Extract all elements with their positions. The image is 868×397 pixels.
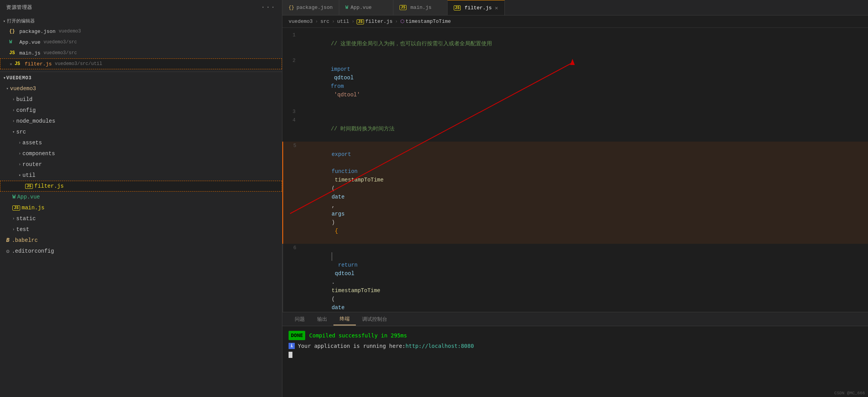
code-content-5: export function timestampToTime ( date ,… xyxy=(302,142,868,244)
open-editor-app-vue[interactable]: W App.vue vuedemo3/src xyxy=(0,37,282,48)
code-content-4: // 时间戳转换为时间方法 xyxy=(302,116,868,142)
open-editor-filename: main.js xyxy=(19,50,41,56)
breadcrumb-js-badge: JS xyxy=(357,19,364,24)
param-args: args xyxy=(331,211,345,217)
tree-item-editorconfig[interactable]: ⚙ .editorconfig xyxy=(0,246,282,257)
folder-arrow-assets: › xyxy=(19,141,21,145)
open-editor-filepath: vuedemo3 xyxy=(59,29,81,34)
sidebar: 资源管理器 ··· ▾ 打开的编辑器 {} package.json vuede… xyxy=(0,0,282,397)
tree-label-filter-js: filter.js xyxy=(34,183,64,189)
tab-filter-js[interactable]: JS filter.js ✕ xyxy=(448,0,505,15)
open-editor-filepath: vuedemo3/src xyxy=(44,50,77,56)
breadcrumb-sep-2: › xyxy=(332,19,335,24)
punct-dot: . xyxy=(331,279,335,285)
vue-badge: W xyxy=(12,194,15,200)
terminal-tab-problems[interactable]: 问题 xyxy=(289,313,311,325)
close-icon[interactable]: ✕ xyxy=(10,62,12,67)
folder-arrow-src: ▾ xyxy=(12,130,15,134)
tree-label-babelrc: .babelrc xyxy=(12,237,38,243)
brace-open: { xyxy=(331,228,338,234)
tree-item-app-vue[interactable]: W App.vue xyxy=(0,192,282,202)
terminal-done-line: DONE Compiled successfully in 295ms xyxy=(289,331,862,340)
terminal-success-message: Compiled successfully in 295ms xyxy=(309,331,407,340)
tree-item-filter-js[interactable]: JS filter.js xyxy=(0,181,282,192)
tree-label-util: util xyxy=(22,172,36,178)
tree-item-src[interactable]: ▾ src xyxy=(0,127,282,137)
breadcrumb-sep-4: › xyxy=(395,19,398,24)
tab-main-js[interactable]: JS main.js xyxy=(393,0,448,15)
code-line-1: 1 // 这里使用全局引入为例，也可以自行按需引入或者全局配置使用 xyxy=(282,31,868,56)
terminal-tab-terminal[interactable]: 终端 xyxy=(333,313,356,325)
tree-item-assets[interactable]: › assets xyxy=(0,137,282,148)
babelrc-icon: B xyxy=(6,237,9,243)
tree-item-config[interactable]: › config xyxy=(0,105,282,116)
tab-icon-main-js: JS xyxy=(400,5,407,10)
code-editor[interactable]: 1 // 这里使用全局引入为例，也可以自行按需引入或者全局配置使用 2 impo… xyxy=(282,28,868,312)
terminal-tab-debug[interactable]: 调试控制台 xyxy=(356,313,393,325)
js-badge-main: JS xyxy=(12,205,20,210)
terminal-tab-output[interactable]: 输出 xyxy=(311,313,333,325)
tab-label-app-vue: App.vue xyxy=(350,5,372,10)
tree-label-app-vue: App.vue xyxy=(17,194,40,200)
tree-item-main-js[interactable]: JS main.js xyxy=(0,202,282,213)
param-date: date xyxy=(331,194,345,200)
open-editor-filename: package.json xyxy=(19,29,56,34)
tree-item-util[interactable]: ▾ util xyxy=(0,170,282,181)
function-icon: ⬡ xyxy=(400,19,404,24)
folder-arrow-test: › xyxy=(12,228,15,232)
open-editors-section: ▾ 打开的编辑器 {} package.json vuedemo3 W App.… xyxy=(0,15,282,71)
tree-label-vuedemo3: vuedemo3 xyxy=(10,86,36,92)
breadcrumb-filter-js: JSfilter.js xyxy=(357,19,392,24)
line-number-3: 3 xyxy=(282,108,302,116)
terminal-blue-box: i xyxy=(289,343,295,349)
file-tree: ▾ VUEDEMO3 ▾ vuedemo3 › build › config ›… xyxy=(0,73,282,397)
code-content-2: import qdtool from 'qdtool' xyxy=(302,56,868,108)
terminal-app-url-prefix: Your application is running here: xyxy=(298,342,405,350)
folder-arrow-vuedemo3: ▾ xyxy=(6,86,9,91)
json-icon: {} xyxy=(9,29,17,34)
tab-icon-app-vue: W xyxy=(345,5,348,10)
tab-app-vue[interactable]: W App.vue xyxy=(339,0,393,15)
copyright-text: CSDN @MC_666 xyxy=(834,391,865,395)
tree-item-vuedemo3[interactable]: ▾ vuedemo3 xyxy=(0,83,282,94)
tree-item-static[interactable]: › static xyxy=(0,213,282,224)
tab-label-package-json: package.json xyxy=(296,5,333,10)
project-chevron: ▾ xyxy=(3,75,6,81)
indent-guide xyxy=(331,252,336,261)
tree-item-babelrc[interactable]: B .babelrc xyxy=(0,235,282,246)
code-line-2: 2 import qdtool from 'qdtool' xyxy=(282,56,868,108)
terminal-tab-terminal-label: 终端 xyxy=(340,316,350,322)
terminal-content: DONE Compiled successfully in 295ms i Yo… xyxy=(282,326,868,397)
js-icon: JS xyxy=(9,50,17,56)
tab-close-filter-js[interactable]: ✕ xyxy=(495,5,498,11)
tree-label-config: config xyxy=(16,107,36,113)
sidebar-more-button[interactable]: ··· xyxy=(261,3,276,11)
sidebar-title: 资源管理器 xyxy=(6,4,32,11)
tree-item-node-modules[interactable]: › node_modules xyxy=(0,116,282,127)
open-editors-toggle[interactable]: ▾ 打开的编辑器 xyxy=(0,16,282,26)
breadcrumb-function: ⬡timestampToTime xyxy=(400,19,451,24)
tree-item-router[interactable]: › router xyxy=(0,159,282,170)
project-root-label[interactable]: ▾ VUEDEMO3 xyxy=(0,73,282,83)
tab-icon-package-json: {} xyxy=(289,5,294,10)
folder-arrow-static: › xyxy=(12,217,15,221)
tree-label-router: router xyxy=(22,161,42,168)
tree-item-test[interactable]: › test xyxy=(0,224,282,235)
open-editor-filter-js[interactable]: ✕ JS filter.js vuedemo3/src/util xyxy=(0,58,282,69)
open-editor-package-json[interactable]: {} package.json vuedemo3 xyxy=(0,26,282,37)
open-editor-filepath: vuedemo3/src xyxy=(44,39,77,45)
tree-item-build[interactable]: › build xyxy=(0,94,282,105)
tree-label-node-modules: node_modules xyxy=(16,118,55,124)
code-content-3 xyxy=(302,108,868,116)
tree-item-components[interactable]: › components xyxy=(0,148,282,159)
open-editor-main-js[interactable]: JS main.js vuedemo3/src xyxy=(0,48,282,58)
line-number-6: 6 xyxy=(283,244,302,252)
breadcrumb-sep-3: › xyxy=(352,19,355,24)
terminal-done-badge: DONE xyxy=(289,331,305,340)
folder-arrow-node-modules: › xyxy=(12,119,15,123)
terminal-tab-output-label: 输出 xyxy=(317,317,327,322)
code-comment-4: // 时间戳转换为时间方法 xyxy=(331,126,395,132)
tab-package-json[interactable]: {} package.json xyxy=(282,0,339,15)
tab-label-filter-js: filter.js xyxy=(465,5,492,11)
open-editor-filename: App.vue xyxy=(19,39,41,45)
